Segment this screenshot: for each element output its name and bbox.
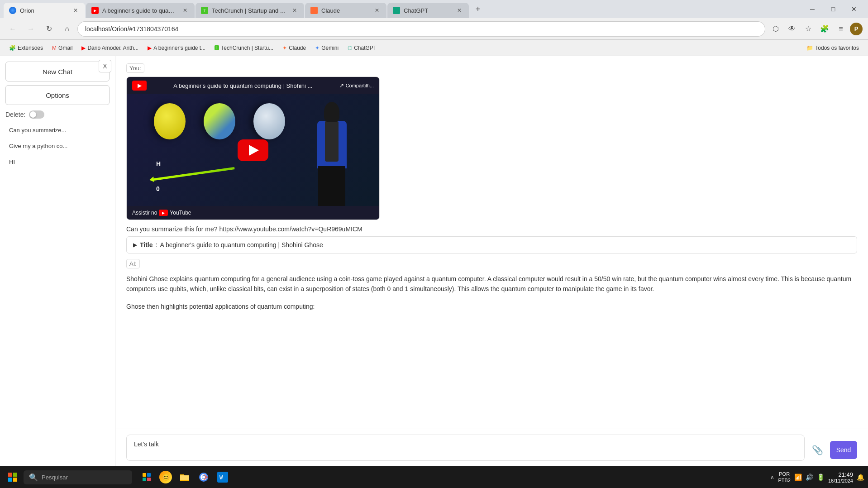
yt-share-button[interactable]: ↗ Compartilh... bbox=[339, 82, 374, 89]
address-bar: ← → ↻ ⌂ localhost/Orion/#1731804370164 ⬡… bbox=[0, 18, 868, 40]
options-button[interactable]: Options bbox=[5, 85, 110, 105]
volume-icon[interactable]: 🔊 bbox=[806, 474, 813, 481]
bookmark-gemini[interactable]: ✦ Gemini bbox=[311, 43, 342, 53]
history-item-2[interactable]: Give my a python co... bbox=[5, 140, 110, 152]
taskbar-search-bar[interactable]: 🔍 Pesquisar bbox=[24, 470, 132, 484]
bookmark-chatgpt[interactable]: ⬡ ChatGPT bbox=[344, 43, 380, 53]
wifi-icon[interactable]: 📶 bbox=[794, 474, 802, 481]
chat-messages[interactable]: You: ▶ A beginner's guide to quantum bbox=[115, 56, 868, 429]
bookmark-claude[interactable]: ✦ Claude bbox=[279, 43, 310, 53]
tab-yt[interactable]: ▶ A beginner's guide to quantum... ✕ bbox=[86, 3, 195, 18]
chat-area: You: ▶ A beginner's guide to quantum bbox=[115, 56, 868, 466]
new-chat-button[interactable]: New Chat bbox=[5, 62, 110, 81]
you-label: You: bbox=[126, 63, 144, 73]
extensions-icon[interactable]: 🧩 bbox=[817, 22, 832, 36]
battery-icon[interactable]: 🔋 bbox=[817, 474, 825, 481]
start-button[interactable] bbox=[4, 468, 22, 486]
new-tab-button[interactable]: + bbox=[472, 3, 484, 15]
bookmark-dario[interactable]: ▶ Dario Amodei: Anth... bbox=[78, 43, 142, 53]
url-text: localhost/Orion/#1731804370164 bbox=[85, 25, 178, 33]
bookmark-beginners[interactable]: ▶ A beginner's guide t... bbox=[144, 43, 209, 53]
sidebar-close-button[interactable]: X bbox=[99, 60, 111, 72]
taskbar-app-code[interactable]: W bbox=[214, 468, 232, 486]
tab-close-tc[interactable]: ✕ bbox=[291, 6, 299, 14]
chevron-up-icon[interactable]: ∧ bbox=[770, 474, 774, 480]
history-item-3[interactable]: HI bbox=[5, 156, 110, 168]
gemini-icon: ✦ bbox=[315, 45, 320, 51]
svg-rect-5 bbox=[147, 473, 151, 477]
hair bbox=[324, 102, 339, 122]
privacy-icon[interactable]: 👁 bbox=[785, 22, 799, 36]
tab-close-yt[interactable]: ✕ bbox=[181, 6, 189, 14]
refresh-button[interactable]: ↻ bbox=[42, 22, 56, 36]
axis-0-label: 0 bbox=[156, 185, 235, 192]
forward-button[interactable]: → bbox=[24, 22, 38, 36]
bookmark-label: Extensões bbox=[18, 45, 43, 51]
bookmark-label: Gmail bbox=[58, 45, 72, 51]
svg-rect-6 bbox=[143, 478, 146, 481]
tab-orion[interactable]: Orion ✕ bbox=[4, 3, 85, 18]
folder-icon: 📁 bbox=[806, 45, 813, 51]
tab-chatgpt[interactable]: ChatGPT ✕ bbox=[387, 3, 469, 18]
minimize-button[interactable]: ─ bbox=[802, 2, 823, 16]
lang-display: PORPTB2 bbox=[778, 471, 791, 484]
axis-labels: H 0 bbox=[154, 178, 235, 192]
yt-icon: ▶ bbox=[132, 81, 147, 91]
bookmark-techcrunch[interactable]: T TechCrunch | Startu... bbox=[211, 43, 277, 53]
tab-tc[interactable]: T TechCrunch | Startup and Tech... ✕ bbox=[196, 3, 304, 18]
taskbar-app-chrome[interactable] bbox=[195, 468, 213, 486]
chrome-icon bbox=[198, 472, 209, 483]
taskbar-search-text: Pesquisar bbox=[42, 474, 68, 481]
notification-icon[interactable]: 🔔 bbox=[857, 474, 864, 481]
maximize-button[interactable]: □ bbox=[823, 2, 844, 16]
profile-avatar[interactable]: P bbox=[850, 23, 863, 35]
svg-rect-3 bbox=[13, 478, 17, 482]
tab-close-claude[interactable]: ✕ bbox=[373, 6, 381, 14]
play-arrow-icon bbox=[249, 145, 259, 156]
svg-rect-0 bbox=[8, 473, 12, 477]
video-title-box[interactable]: ▶ Title: A beginner's guide to quantum c… bbox=[126, 236, 857, 254]
title-key: Title bbox=[140, 241, 153, 249]
yt-video-title: A beginner's guide to quantum computing … bbox=[147, 82, 339, 89]
bookmark-label: ChatGPT bbox=[354, 45, 377, 51]
url-bar[interactable]: localhost/Orion/#1731804370164 bbox=[78, 22, 765, 36]
yt-play-button[interactable] bbox=[238, 139, 268, 161]
tab-close-orion[interactable]: ✕ bbox=[72, 6, 80, 14]
all-favorites[interactable]: 📁 Todos os favoritos bbox=[803, 43, 863, 53]
cast-icon[interactable]: ⬡ bbox=[768, 22, 783, 36]
tab-close-chatgpt[interactable]: ✕ bbox=[455, 6, 463, 14]
bookmark-gmail[interactable]: M Gmail bbox=[48, 43, 76, 53]
home-button[interactable]: ⌂ bbox=[60, 22, 74, 36]
history-item-1[interactable]: Can you summarize... bbox=[5, 124, 110, 136]
tab-bar: Orion ✕ ▶ A beginner's guide to quantum.… bbox=[0, 0, 868, 18]
taskbar-app-avatar[interactable]: 😊 bbox=[157, 468, 175, 486]
bookmark-extensions[interactable]: 🧩 Extensões bbox=[5, 43, 47, 53]
ai-message-row: AI: Shohini Ghose explains quantum compu… bbox=[126, 259, 857, 311]
star-icon[interactable]: ☆ bbox=[801, 22, 816, 36]
svg-rect-4 bbox=[143, 473, 146, 477]
bookmark-label: TechCrunch | Startu... bbox=[221, 45, 273, 51]
sidebar-icon[interactable]: ≡ bbox=[834, 22, 848, 36]
ai-label: AI: bbox=[126, 259, 140, 268]
yt-top-bar: ▶ A beginner's guide to quantum computin… bbox=[127, 77, 379, 94]
back-button[interactable]: ← bbox=[5, 22, 20, 36]
tab-claude[interactable]: Claude ✕ bbox=[305, 3, 386, 18]
tab-favicon-tc: T bbox=[201, 7, 208, 14]
attach-button[interactable]: 📎 bbox=[808, 441, 826, 459]
message-input[interactable]: Let's talk bbox=[126, 435, 805, 461]
axis-arrow bbox=[149, 177, 154, 182]
sphere-mixed bbox=[204, 103, 235, 139]
delete-toggle[interactable] bbox=[29, 110, 44, 119]
ai-response-text: Shohini Ghose explains quantum computing… bbox=[126, 274, 857, 294]
expand-icon: ▶ bbox=[133, 242, 137, 248]
bookmark-label: Claude bbox=[289, 45, 306, 51]
taskbar-clock[interactable]: 21:49 16/11/2024 bbox=[828, 471, 853, 483]
axis-h-label: H bbox=[156, 160, 161, 167]
bookmark-label: Dario Amodei: Anth... bbox=[87, 45, 138, 51]
youtube-embed[interactable]: ▶ A beginner's guide to quantum computin… bbox=[126, 77, 380, 220]
taskbar-app-explorer[interactable] bbox=[176, 468, 194, 486]
send-button[interactable]: Send bbox=[830, 441, 857, 459]
user-message-text: Can you summarize this for me? https://w… bbox=[126, 225, 857, 233]
taskbar-app-files[interactable] bbox=[138, 468, 156, 486]
close-window-button[interactable]: ✕ bbox=[844, 2, 864, 16]
